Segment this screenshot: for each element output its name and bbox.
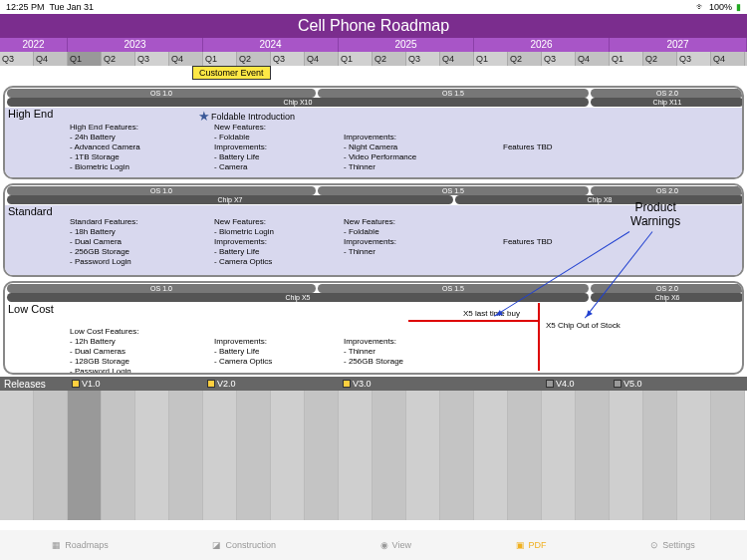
bottom-quarter-cell xyxy=(474,391,508,520)
battery-icon: ▮ xyxy=(736,2,741,12)
lowcost-section: OS 1.0 OS 1.5 OS 2.0 Chip X5 Chip X6 Low… xyxy=(3,281,744,375)
quarter-cell: Q3 xyxy=(542,52,576,66)
lowcost-chip2: Chip X6 xyxy=(591,293,744,302)
bottom-quarter-cell xyxy=(440,391,474,520)
quarter-header: Q3Q4Q1Q2Q3Q4Q1Q2Q3Q4Q1Q2Q3Q4Q1Q2Q3Q4Q1Q2… xyxy=(0,52,747,66)
quarter-cell: Q1 xyxy=(68,52,102,66)
bottom-grid xyxy=(0,391,747,520)
bottom-quarter-cell xyxy=(677,391,711,520)
quarter-cell: Q3 xyxy=(0,52,34,66)
bottom-quarter-cell xyxy=(339,391,373,520)
date: Tue Jan 31 xyxy=(49,2,94,12)
standard-chip1: Chip X7 xyxy=(7,195,453,204)
standard-chip2: Chip X8 xyxy=(455,195,744,204)
standard-notes-3: New Features:- FoldableImprovements:- Th… xyxy=(344,217,396,257)
tab-settings[interactable]: ⊙Settings xyxy=(650,540,695,550)
wifi-icon: ᯤ xyxy=(696,2,705,12)
quarter-cell: Q3 xyxy=(677,52,711,66)
bottom-quarter-cell xyxy=(610,391,643,520)
bottom-quarter-cell xyxy=(271,391,305,520)
highend-notes-3: Improvements:- Night Camera- Video Perfo… xyxy=(344,133,416,172)
bottom-quarter-cell xyxy=(711,391,745,520)
bottom-quarter-cell xyxy=(643,391,677,520)
highend-label: High End xyxy=(8,108,53,120)
warning-line-1 xyxy=(408,320,538,322)
bottom-quarter-cell xyxy=(102,391,135,520)
standard-os15: OS 1.5 xyxy=(318,186,589,195)
tab-view[interactable]: ◉View xyxy=(380,540,411,550)
quarter-cell: Q1 xyxy=(203,52,237,66)
quarter-cell: Q2 xyxy=(237,52,271,66)
tab-bar: ▦Roadmaps ◪Construction ◉View ▣PDF ⊙Sett… xyxy=(0,530,747,560)
quarter-cell: Q1 xyxy=(339,52,373,66)
highend-notes-2: New Features:- FoldableImprovements:- Ba… xyxy=(214,123,267,172)
lowcost-notes-2: Improvements:- Battery Life- Camera Opti… xyxy=(214,337,272,367)
quarter-cell: Q4 xyxy=(711,52,745,66)
highend-section: OS 1.0 OS 1.5 OS 2.0 Chip X10 Chip X11 H… xyxy=(3,86,744,179)
release-v4[interactable]: V4.0 xyxy=(546,379,575,389)
standard-os2: OS 2.0 xyxy=(591,186,744,195)
bottom-quarter-cell xyxy=(373,391,406,520)
star-icon: ★ xyxy=(198,109,210,124)
warning-2: X5 Chip Out of Stock xyxy=(546,321,621,331)
foldable-intro: Foldable Introduction xyxy=(211,112,295,122)
release-v3[interactable]: V3.0 xyxy=(343,379,372,389)
quarter-cell: Q3 xyxy=(406,52,440,66)
highend-chip1: Chip X10 xyxy=(7,98,589,107)
lowcost-os2: OS 2.0 xyxy=(591,284,744,293)
highend-chip2: Chip X11 xyxy=(591,98,744,107)
standard-notes-1: Standard Features:- 18h Battery- Dual Ca… xyxy=(70,217,137,267)
bottom-quarter-cell xyxy=(237,391,271,520)
highend-os1: OS 1.0 xyxy=(7,89,316,98)
eye-icon: ◉ xyxy=(380,540,388,550)
bottom-quarter-cell xyxy=(135,391,169,520)
year-2025: 2025 xyxy=(339,38,474,52)
quarter-cell: Q2 xyxy=(373,52,406,66)
bottom-quarter-cell xyxy=(508,391,542,520)
page-title: Cell Phone Roadmap xyxy=(0,14,747,38)
release-v2[interactable]: V2.0 xyxy=(207,379,236,389)
lowcost-os1: OS 1.0 xyxy=(7,284,316,293)
bottom-quarter-cell xyxy=(542,391,576,520)
year-2023: 2023 xyxy=(68,38,203,52)
quarter-cell: Q1 xyxy=(610,52,643,66)
year-2026: 2026 xyxy=(474,38,610,52)
quarter-cell: Q3 xyxy=(271,52,305,66)
lowcost-notes-3: Improvements:- Thinner- 256GB Storage xyxy=(344,337,403,367)
time: 12:25 PM xyxy=(6,2,45,12)
bottom-quarter-cell xyxy=(68,391,102,520)
tab-pdf[interactable]: ▣PDF xyxy=(516,540,547,550)
tab-roadmaps[interactable]: ▦Roadmaps xyxy=(52,540,109,550)
standard-label: Standard xyxy=(8,205,53,217)
standard-notes-4: Features TBD xyxy=(503,237,553,247)
releases-row: Releases V1.0 V2.0 V3.0 V4.0 V5.0 xyxy=(0,377,747,391)
quarter-cell: Q2 xyxy=(102,52,135,66)
year-header: 2022 2023 2024 2025 2026 2027 xyxy=(0,38,747,52)
quarter-cell: Q2 xyxy=(643,52,677,66)
highend-notes-1: High End Features:- 24h Battery- Advance… xyxy=(70,123,140,172)
tab-construction[interactable]: ◪Construction xyxy=(212,540,276,550)
bottom-quarter-cell xyxy=(576,391,610,520)
release-v1[interactable]: V1.0 xyxy=(72,379,101,389)
warnings-label: ProductWarnings xyxy=(630,200,680,228)
status-bar: 12:25 PM Tue Jan 31 ᯤ 100% ▮ xyxy=(0,0,747,14)
quarter-cell: Q4 xyxy=(34,52,68,66)
quarter-cell: Q2 xyxy=(508,52,542,66)
warning-line-2 xyxy=(538,303,540,371)
customer-event[interactable]: Customer Event xyxy=(192,66,271,80)
standard-notes-2: New Features:- Biometric LoginImprovemen… xyxy=(214,217,274,267)
quarter-cell: Q3 xyxy=(135,52,169,66)
map-icon: ▦ xyxy=(52,540,61,550)
bottom-quarter-cell xyxy=(0,391,34,520)
release-v5[interactable]: V5.0 xyxy=(614,379,642,389)
highend-os15: OS 1.5 xyxy=(318,89,589,98)
lowcost-chip1: Chip X5 xyxy=(7,293,589,302)
lowcost-notes-1: Low Cost Features:- 12h Battery- Dual Ca… xyxy=(70,327,138,375)
standard-os1: OS 1.0 xyxy=(7,186,316,195)
highend-notes-4: Features TBD xyxy=(503,142,553,152)
bottom-quarter-cell xyxy=(203,391,237,520)
bottom-quarter-cell xyxy=(34,391,68,520)
year-2024: 2024 xyxy=(203,38,339,52)
pdf-icon: ▣ xyxy=(516,540,525,550)
battery-pct: 100% xyxy=(709,2,732,12)
